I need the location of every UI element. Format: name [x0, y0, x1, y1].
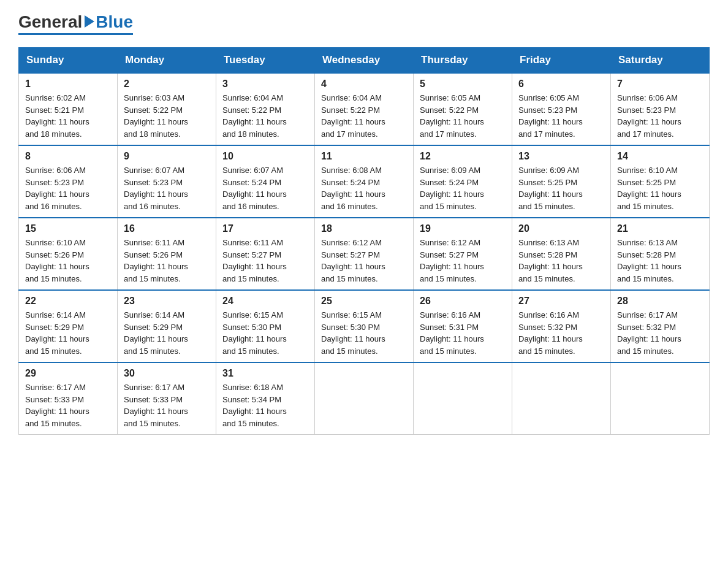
day-info: Sunrise: 6:02 AMSunset: 5:21 PMDaylight:… — [25, 92, 111, 140]
day-number: 29 — [25, 368, 111, 379]
day-info: Sunrise: 6:14 AMSunset: 5:29 PMDaylight:… — [25, 309, 111, 357]
logo-general-text: General — [18, 12, 82, 32]
day-cell-29: 29Sunrise: 6:17 AMSunset: 5:33 PMDayligh… — [19, 362, 118, 435]
day-info: Sunrise: 6:13 AMSunset: 5:28 PMDaylight:… — [617, 237, 703, 285]
day-number: 18 — [321, 223, 407, 234]
day-header-tuesday: Tuesday — [216, 48, 315, 74]
day-number: 15 — [25, 223, 111, 234]
day-info: Sunrise: 6:12 AMSunset: 5:27 PMDaylight:… — [420, 237, 506, 285]
day-number: 6 — [518, 79, 604, 90]
day-info: Sunrise: 6:12 AMSunset: 5:27 PMDaylight:… — [321, 237, 407, 285]
day-number: 27 — [518, 296, 604, 307]
day-number: 16 — [124, 223, 210, 234]
empty-cell — [512, 362, 611, 435]
day-number: 19 — [420, 223, 506, 234]
calendar-table: SundayMondayTuesdayWednesdayThursdayFrid… — [18, 47, 710, 435]
day-info: Sunrise: 6:05 AMSunset: 5:22 PMDaylight:… — [420, 92, 506, 140]
empty-cell — [414, 362, 512, 435]
day-cell-13: 13Sunrise: 6:09 AMSunset: 5:25 PMDayligh… — [512, 145, 611, 218]
day-number: 11 — [321, 151, 407, 162]
day-number: 14 — [617, 151, 703, 162]
day-cell-14: 14Sunrise: 6:10 AMSunset: 5:25 PMDayligh… — [611, 145, 710, 218]
day-info: Sunrise: 6:04 AMSunset: 5:22 PMDaylight:… — [321, 92, 407, 140]
day-number: 25 — [321, 296, 407, 307]
day-info: Sunrise: 6:04 AMSunset: 5:22 PMDaylight:… — [222, 92, 308, 140]
day-info: Sunrise: 6:16 AMSunset: 5:32 PMDaylight:… — [518, 309, 604, 357]
day-number: 21 — [617, 223, 703, 234]
day-number: 7 — [617, 79, 703, 90]
logo-underline — [18, 33, 133, 35]
day-cell-5: 5Sunrise: 6:05 AMSunset: 5:22 PMDaylight… — [414, 73, 512, 145]
day-cell-16: 16Sunrise: 6:11 AMSunset: 5:26 PMDayligh… — [118, 218, 216, 290]
day-cell-23: 23Sunrise: 6:14 AMSunset: 5:29 PMDayligh… — [118, 290, 216, 362]
day-cell-3: 3Sunrise: 6:04 AMSunset: 5:22 PMDaylight… — [216, 73, 315, 145]
day-number: 17 — [222, 223, 308, 234]
day-cell-19: 19Sunrise: 6:12 AMSunset: 5:27 PMDayligh… — [414, 218, 512, 290]
day-number: 23 — [124, 296, 210, 307]
day-header-thursday: Thursday — [414, 48, 512, 74]
day-info: Sunrise: 6:15 AMSunset: 5:30 PMDaylight:… — [222, 309, 308, 357]
day-cell-27: 27Sunrise: 6:16 AMSunset: 5:32 PMDayligh… — [512, 290, 611, 362]
day-number: 28 — [617, 296, 703, 307]
page-header: General Blue — [18, 12, 710, 35]
day-info: Sunrise: 6:16 AMSunset: 5:31 PMDaylight:… — [420, 309, 506, 357]
day-cell-22: 22Sunrise: 6:14 AMSunset: 5:29 PMDayligh… — [19, 290, 118, 362]
day-number: 13 — [518, 151, 604, 162]
day-info: Sunrise: 6:05 AMSunset: 5:23 PMDaylight:… — [518, 92, 604, 140]
day-cell-30: 30Sunrise: 6:17 AMSunset: 5:33 PMDayligh… — [118, 362, 216, 435]
day-number: 5 — [420, 79, 506, 90]
day-info: Sunrise: 6:09 AMSunset: 5:24 PMDaylight:… — [420, 164, 506, 212]
day-info: Sunrise: 6:06 AMSunset: 5:23 PMDaylight:… — [25, 164, 111, 212]
logo-arrow-icon — [85, 15, 94, 28]
day-info: Sunrise: 6:17 AMSunset: 5:33 PMDaylight:… — [25, 381, 111, 429]
day-cell-7: 7Sunrise: 6:06 AMSunset: 5:23 PMDaylight… — [611, 73, 710, 145]
week-row-4: 22Sunrise: 6:14 AMSunset: 5:29 PMDayligh… — [19, 290, 710, 362]
day-info: Sunrise: 6:07 AMSunset: 5:24 PMDaylight:… — [222, 164, 308, 212]
day-cell-12: 12Sunrise: 6:09 AMSunset: 5:24 PMDayligh… — [414, 145, 512, 218]
logo: General Blue — [18, 12, 133, 35]
day-number: 31 — [222, 368, 308, 379]
day-number: 1 — [25, 79, 111, 90]
day-cell-1: 1Sunrise: 6:02 AMSunset: 5:21 PMDaylight… — [19, 73, 118, 145]
day-cell-31: 31Sunrise: 6:18 AMSunset: 5:34 PMDayligh… — [216, 362, 315, 435]
day-cell-26: 26Sunrise: 6:16 AMSunset: 5:31 PMDayligh… — [414, 290, 512, 362]
day-number: 8 — [25, 151, 111, 162]
days-header-row: SundayMondayTuesdayWednesdayThursdayFrid… — [19, 48, 710, 74]
day-number: 3 — [222, 79, 308, 90]
day-cell-18: 18Sunrise: 6:12 AMSunset: 5:27 PMDayligh… — [315, 218, 414, 290]
day-cell-10: 10Sunrise: 6:07 AMSunset: 5:24 PMDayligh… — [216, 145, 315, 218]
day-info: Sunrise: 6:07 AMSunset: 5:23 PMDaylight:… — [124, 164, 210, 212]
day-header-wednesday: Wednesday — [315, 48, 414, 74]
week-row-5: 29Sunrise: 6:17 AMSunset: 5:33 PMDayligh… — [19, 362, 710, 435]
day-info: Sunrise: 6:17 AMSunset: 5:32 PMDaylight:… — [617, 309, 703, 357]
logo-blue-text: Blue — [96, 12, 133, 32]
day-info: Sunrise: 6:15 AMSunset: 5:30 PMDaylight:… — [321, 309, 407, 357]
week-row-3: 15Sunrise: 6:10 AMSunset: 5:26 PMDayligh… — [19, 218, 710, 290]
day-cell-4: 4Sunrise: 6:04 AMSunset: 5:22 PMDaylight… — [315, 73, 414, 145]
empty-cell — [315, 362, 414, 435]
day-info: Sunrise: 6:11 AMSunset: 5:27 PMDaylight:… — [222, 237, 308, 285]
day-cell-8: 8Sunrise: 6:06 AMSunset: 5:23 PMDaylight… — [19, 145, 118, 218]
day-cell-28: 28Sunrise: 6:17 AMSunset: 5:32 PMDayligh… — [611, 290, 710, 362]
day-info: Sunrise: 6:13 AMSunset: 5:28 PMDaylight:… — [518, 237, 604, 285]
day-number: 30 — [124, 368, 210, 379]
day-header-sunday: Sunday — [19, 48, 118, 74]
day-number: 26 — [420, 296, 506, 307]
day-number: 10 — [222, 151, 308, 162]
week-row-1: 1Sunrise: 6:02 AMSunset: 5:21 PMDaylight… — [19, 73, 710, 145]
day-number: 2 — [124, 79, 210, 90]
day-info: Sunrise: 6:10 AMSunset: 5:26 PMDaylight:… — [25, 237, 111, 285]
day-header-friday: Friday — [512, 48, 611, 74]
week-row-2: 8Sunrise: 6:06 AMSunset: 5:23 PMDaylight… — [19, 145, 710, 218]
day-cell-9: 9Sunrise: 6:07 AMSunset: 5:23 PMDaylight… — [118, 145, 216, 218]
day-info: Sunrise: 6:18 AMSunset: 5:34 PMDaylight:… — [222, 381, 308, 429]
day-info: Sunrise: 6:14 AMSunset: 5:29 PMDaylight:… — [124, 309, 210, 357]
day-info: Sunrise: 6:17 AMSunset: 5:33 PMDaylight:… — [124, 381, 210, 429]
day-cell-17: 17Sunrise: 6:11 AMSunset: 5:27 PMDayligh… — [216, 218, 315, 290]
day-header-monday: Monday — [118, 48, 216, 74]
day-cell-2: 2Sunrise: 6:03 AMSunset: 5:22 PMDaylight… — [118, 73, 216, 145]
day-cell-6: 6Sunrise: 6:05 AMSunset: 5:23 PMDaylight… — [512, 73, 611, 145]
day-cell-21: 21Sunrise: 6:13 AMSunset: 5:28 PMDayligh… — [611, 218, 710, 290]
empty-cell — [611, 362, 710, 435]
day-number: 9 — [124, 151, 210, 162]
